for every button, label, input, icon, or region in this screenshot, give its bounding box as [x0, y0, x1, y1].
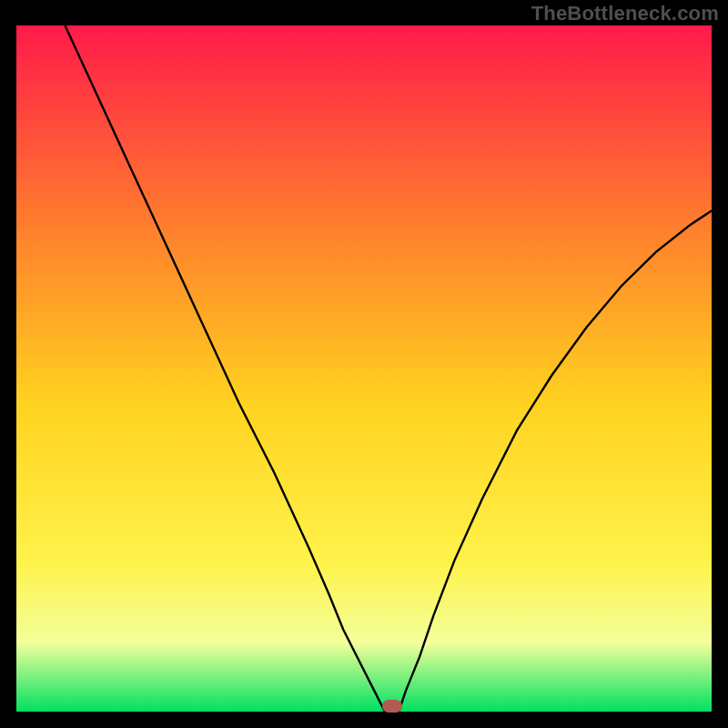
watermark-text: TheBottleneck.com — [531, 2, 719, 25]
optimal-point-marker — [382, 700, 402, 713]
chart-svg — [16, 25, 712, 712]
plot-area — [16, 25, 712, 712]
gradient-background — [16, 25, 712, 712]
chart-frame: TheBottleneck.com — [0, 0, 728, 728]
